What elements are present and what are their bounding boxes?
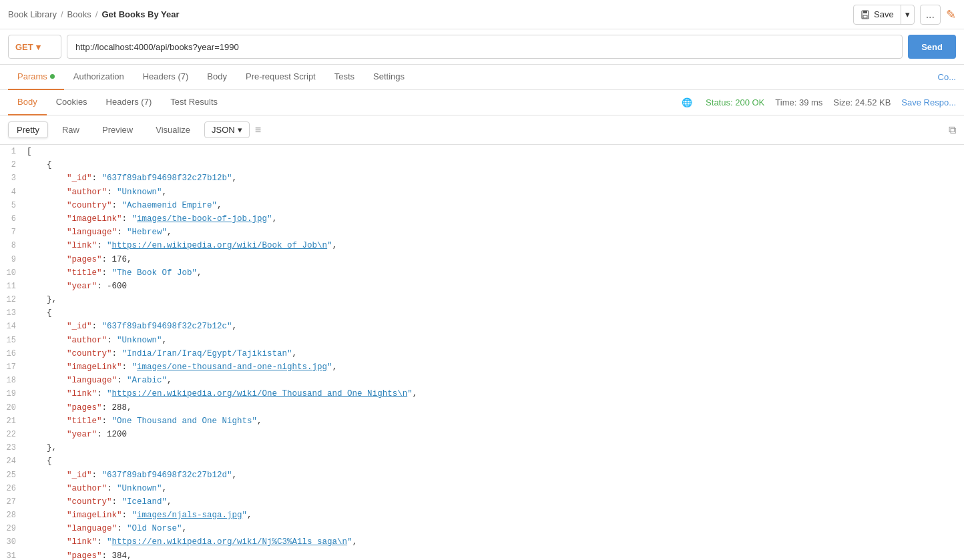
line-number: 12 [0,294,27,306]
json-line: 3 "_id": "637f89abf94698f32c27b12b", [0,172,964,185]
json-line: 15 "author": "Unknown", [0,334,964,347]
json-line: 31 "pages": 384, [0,549,964,560]
status-code: Status: 200 OK [706,97,764,107]
json-line: 9 "pages": 176, [0,253,964,266]
edit-icon-button[interactable]: ✎ [946,7,956,22]
save-caret[interactable]: ▾ [901,5,914,24]
line-number: 8 [0,240,27,252]
line-content: "author": "Unknown", [27,186,964,199]
json-line: 24 { [0,455,964,468]
format-select[interactable]: JSON ▾ [204,121,250,138]
response-tabs: Body Cookies Headers (7) Test Results 🌐 … [0,90,964,115]
tab-settings[interactable]: Settings [364,65,414,90]
save-main[interactable]: Save [854,5,901,24]
json-line: 11 "year": -600 [0,280,964,293]
method-select[interactable]: GET ▾ [8,35,61,59]
line-number: 7 [0,226,27,239]
preview-button[interactable]: Preview [93,121,142,138]
response-tab-headers[interactable]: Headers (7) [97,90,162,115]
json-line: 27 "country": "Iceland", [0,495,964,509]
filter-icon[interactable]: ≡ [255,124,261,136]
line-number: 18 [0,374,27,387]
line-number: 2 [0,159,27,172]
line-number: 13 [0,307,27,320]
json-line: 4 "author": "Unknown", [0,186,964,199]
pretty-button[interactable]: Pretty [8,121,48,138]
raw-button[interactable]: Raw [53,121,88,138]
line-content: "title": "One Thousand and One Nights", [27,414,964,428]
line-number: 31 [0,550,27,560]
line-number: 6 [0,213,27,226]
breadcrumb-current: Get Books By Year [101,9,179,19]
line-content: { [27,455,964,468]
tab-params[interactable]: Params [8,65,64,90]
request-tabs: Params Authorization Headers (7) Body Pr… [0,65,964,90]
line-content: "language": "Hebrew", [27,226,964,239]
response-tab-cookies[interactable]: Cookies [47,90,97,115]
line-number: 22 [0,429,27,441]
line-number: 11 [0,280,27,293]
response-tab-test-results[interactable]: Test Results [161,90,227,115]
copy-icon[interactable]: ⧉ [949,124,956,136]
json-line: 28 "imageLink": "images/njals-saga.jpg", [0,509,964,522]
breadcrumb-sep2: / [95,9,98,19]
breadcrumb-part2[interactable]: Books [67,9,91,19]
line-number: 15 [0,334,27,347]
line-number: 3 [0,172,27,185]
save-response-button[interactable]: Save Respo... [901,97,956,107]
line-content: [ [27,145,964,158]
breadcrumb-part1[interactable]: Book Library [8,9,57,19]
response-time: Time: 39 ms [775,97,822,107]
svg-rect-2 [863,15,867,18]
format-caret: ▾ [238,125,242,135]
line-number: 16 [0,348,27,360]
line-content: "author": "Unknown", [27,482,964,495]
line-content: "link": "https://en.wikipedia.org/wiki/N… [27,535,964,549]
send-button[interactable]: Send [908,35,956,59]
more-button[interactable]: ... [920,5,941,25]
response-size: Size: 24.52 KB [833,97,891,107]
tab-headers[interactable]: Headers (7) [134,65,198,90]
line-content: "imageLink": "images/njals-saga.jpg", [27,509,964,522]
line-content: "pages": 176, [27,253,964,266]
line-number: 24 [0,455,27,468]
response-status: 🌐 Status: 200 OK Time: 39 ms Size: 24.52… [682,97,956,107]
json-line: 29 "language": "Old Norse", [0,522,964,535]
json-line: 19 "link": "https://en.wikipedia.org/wik… [0,387,964,400]
response-tab-body[interactable]: Body [8,90,47,115]
line-number: 28 [0,509,27,522]
line-number: 1 [0,146,27,158]
method-caret: ▾ [36,42,41,52]
line-number: 21 [0,415,27,428]
breadcrumb: Book Library / Books / Get Books By Year [8,9,179,19]
top-bar: Book Library / Books / Get Books By Year… [0,0,964,29]
tab-authorization[interactable]: Authorization [64,65,134,90]
cookies-link[interactable]: Co... [938,72,956,82]
url-input[interactable] [67,35,903,59]
line-number: 29 [0,523,27,535]
line-content: "imageLink": "images/the-book-of-job.jpg… [27,212,964,226]
line-content: "language": "Old Norse", [27,522,964,535]
tab-pre-request[interactable]: Pre-request Script [236,65,325,90]
line-content: "author": "Unknown", [27,334,964,347]
line-content: "_id": "637f89abf94698f32c27b12c", [27,320,964,333]
line-number: 23 [0,442,27,455]
line-number: 26 [0,483,27,495]
save-button[interactable]: Save ▾ [853,5,915,25]
line-number: 30 [0,536,27,549]
line-number: 25 [0,469,27,482]
json-line: 17 "imageLink": "images/one-thousand-and… [0,360,964,374]
globe-icon: 🌐 [682,97,692,107]
visualize-button[interactable]: Visualize [147,121,199,138]
line-number: 9 [0,254,27,266]
line-content: "link": "https://en.wikipedia.org/wiki/O… [27,387,964,400]
line-number: 17 [0,361,27,374]
json-line: 21 "title": "One Thousand and One Nights… [0,414,964,428]
method-label: GET [15,42,33,52]
tab-tests[interactable]: Tests [325,65,364,90]
json-line: 25 "_id": "637f89abf94698f32c27b12d", [0,469,964,482]
tab-body[interactable]: Body [198,65,236,90]
json-line: 22 "year": 1200 [0,428,964,441]
line-content: "country": "India/Iran/Iraq/Egypt/Tajiki… [27,347,964,360]
params-dot [50,74,55,79]
